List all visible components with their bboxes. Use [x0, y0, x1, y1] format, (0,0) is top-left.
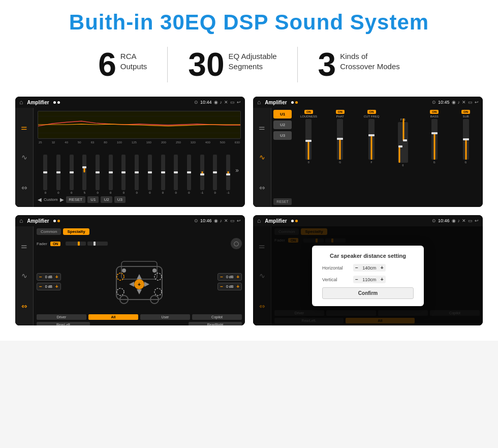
fader-h-track-2[interactable]	[87, 242, 108, 246]
cross-slider-cutfreq2[interactable]	[398, 122, 408, 163]
dot-1	[53, 101, 56, 104]
stat-text-eq: EQ Adjustable Segments	[229, 48, 277, 71]
fader-h-track-1[interactable]	[66, 242, 86, 246]
dist-back-icon[interactable]: ↩	[475, 218, 479, 223]
cross-on-sub[interactable]: ON	[461, 110, 470, 114]
eq-sidebar-arrows[interactable]: ⇔	[18, 182, 30, 194]
cross-main-content: U1 U2 U3 RESET ON LOUDNESS	[271, 108, 483, 207]
dialog-horizontal-plus[interactable]: +	[381, 265, 384, 271]
eq-slider-10[interactable]: 0	[157, 155, 169, 194]
db-minus-tl[interactable]: −	[39, 274, 42, 280]
eq-home-icon[interactable]: ⌂	[19, 99, 23, 106]
btn-all[interactable]: All	[88, 314, 138, 320]
db-plus-bl[interactable]: +	[55, 284, 58, 289]
eq-reset-btn[interactable]: RESET	[66, 196, 86, 203]
eq-graph	[38, 111, 241, 139]
eq-close-icon[interactable]: ✕	[224, 100, 228, 105]
eq-u1-btn[interactable]: U1	[87, 196, 99, 203]
eq-camera-icon: ◉	[214, 100, 218, 105]
cross-u2-btn[interactable]: U2	[273, 121, 292, 129]
tab-common[interactable]: Common	[37, 228, 61, 235]
dist-home-icon[interactable]: ⌂	[257, 217, 261, 224]
eq-prev-btn[interactable]: ◀	[38, 197, 42, 202]
cross-back-icon[interactable]: ↩	[475, 100, 479, 105]
fader-back-icon[interactable]: ↩	[237, 218, 241, 223]
cross-on-loudness[interactable]: ON	[304, 110, 313, 114]
fader-tabs: Common Specialty	[37, 228, 242, 235]
eq-slider-2[interactable]: 0	[53, 155, 65, 194]
fader-sidebar-wave[interactable]: ∿	[18, 270, 30, 282]
cross-home-icon[interactable]: ⌂	[257, 99, 261, 106]
fader-h-sliders	[66, 242, 108, 246]
eq-slider-13[interactable]: -1	[196, 155, 208, 194]
cross-slider-loudness[interactable]	[305, 119, 312, 160]
db-minus-br[interactable]: −	[220, 284, 223, 289]
eq-slider-4[interactable]: 5	[79, 155, 90, 194]
cross-slider-sub[interactable]	[463, 119, 469, 160]
cross-status-bar: ⌂ Amplifier ⊙ 10:45 ◉ ♪ ✕ ▭ ↩	[253, 97, 483, 108]
btn-driver[interactable]: Driver	[37, 314, 86, 320]
eq-next-btn[interactable]: ▶	[60, 197, 64, 202]
tab-specialty[interactable]: Specialty	[63, 228, 89, 235]
cross-sidebar-arrows[interactable]: ⇔	[256, 182, 268, 194]
btn-rearleft[interactable]: RearLeft	[37, 322, 90, 325]
cross-slider-phat[interactable]	[337, 119, 343, 160]
dist-close-icon[interactable]: ✕	[462, 218, 466, 223]
eq-slider-12[interactable]: 0	[183, 155, 195, 194]
eq-slider-11[interactable]: 0	[170, 155, 182, 194]
fader-sidebar-eq[interactable]: ⚌	[18, 240, 30, 252]
dist-screen-title: Amplifier	[265, 218, 287, 224]
fader-status-dots	[53, 220, 60, 222]
eq-u2-btn[interactable]: U2	[101, 196, 112, 203]
fader-home-icon[interactable]: ⌂	[19, 217, 23, 224]
cross-u3-btn[interactable]: U3	[273, 131, 292, 140]
cross-on-phat[interactable]: ON	[336, 110, 345, 114]
cross-close-icon[interactable]: ✕	[462, 100, 466, 105]
fader-sidebar-arrows[interactable]: ⇔	[18, 300, 30, 312]
fader-camera-icon: ◉	[214, 218, 218, 223]
fader-close-icon[interactable]: ✕	[224, 218, 228, 223]
eq-vol-icon: ♪	[220, 100, 223, 105]
eq-slider-8[interactable]: 0	[131, 155, 143, 194]
eq-u3-btn[interactable]: U3	[114, 196, 126, 203]
db-control-tl: − 0 dB +	[37, 273, 61, 281]
cross-window-icon: ▭	[468, 100, 473, 105]
cross-on-bass[interactable]: ON	[430, 110, 439, 114]
fader-on-btn[interactable]: ON	[50, 242, 61, 246]
btn-rearright[interactable]: RearRight	[189, 322, 242, 325]
dialog-horizontal-minus[interactable]: −	[355, 265, 358, 271]
cross-sidebar-wave[interactable]: ∿	[256, 151, 268, 163]
db-plus-tl[interactable]: +	[55, 274, 58, 280]
eq-slider-3[interactable]: 0	[66, 155, 77, 194]
eq-expand-icon[interactable]: »	[235, 167, 239, 174]
eq-sidebar-eq[interactable]: ⚌	[18, 121, 30, 133]
cross-sidebar-eq[interactable]: ⚌	[256, 121, 268, 133]
db-minus-bl[interactable]: −	[39, 284, 42, 289]
cross-reset-btn[interactable]: RESET	[273, 198, 292, 205]
screen-distance: ⌂ Amplifier ⊙ 10:46 ◉ ♪ ✕ ▭ ↩	[253, 215, 483, 325]
fader-person-icon[interactable]: ◯	[231, 238, 242, 249]
db-minus-tr[interactable]: −	[220, 274, 223, 280]
eq-slider-6[interactable]: 0	[105, 155, 116, 194]
eq-slider-15[interactable]: -1	[223, 155, 234, 194]
btn-user[interactable]: User	[140, 314, 190, 320]
cross-on-cutfreq[interactable]: ON	[367, 110, 376, 114]
dialog-vertical-plus[interactable]: +	[381, 277, 384, 282]
eq-sidebar-wave[interactable]: ∿	[18, 151, 30, 163]
fader-main-content: Common Specialty Fader ON	[34, 226, 245, 325]
svg-text:+: +	[138, 282, 141, 287]
eq-slider-5[interactable]: 0	[92, 155, 104, 194]
confirm-button[interactable]: Confirm	[322, 287, 414, 299]
eq-slider-7[interactable]: 0	[118, 155, 130, 194]
eq-slider-9[interactable]: 0	[144, 155, 156, 194]
dialog-vertical-minus[interactable]: −	[355, 277, 358, 282]
eq-slider-14[interactable]: 0	[209, 155, 221, 194]
cross-slider-bass[interactable]	[431, 119, 438, 160]
cross-u1-btn[interactable]: U1	[273, 110, 292, 118]
cross-slider-cutfreq[interactable]	[368, 119, 375, 160]
btn-copilot[interactable]: Copilot	[192, 314, 242, 320]
db-plus-tr[interactable]: +	[236, 274, 239, 280]
eq-slider-1[interactable]: 0	[40, 155, 51, 194]
eq-back-icon[interactable]: ↩	[237, 100, 241, 105]
db-plus-br[interactable]: +	[236, 284, 239, 289]
